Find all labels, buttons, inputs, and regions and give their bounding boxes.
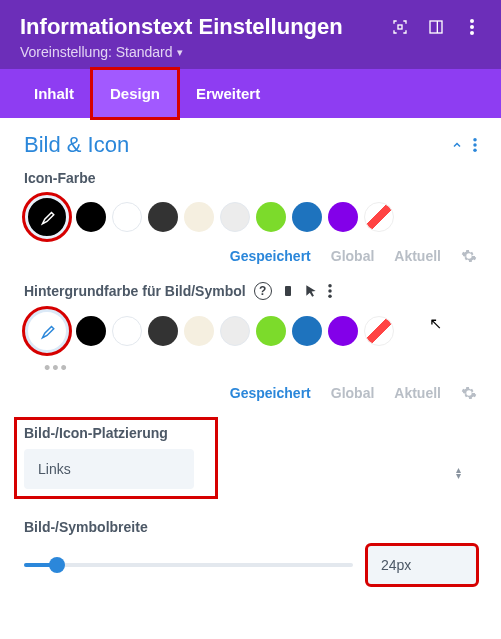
svg-rect-0 (398, 25, 402, 29)
more-dots[interactable]: ••• (24, 358, 477, 379)
tab-advanced[interactable]: Erweitert (178, 69, 278, 118)
swatch[interactable] (220, 316, 250, 346)
caret-down-icon: ▾ (177, 46, 183, 59)
swatch[interactable] (328, 316, 358, 346)
swatch[interactable] (292, 202, 322, 232)
cursor-icon[interactable] (304, 283, 318, 299)
collapse-icon[interactable] (451, 139, 463, 151)
svg-point-11 (328, 289, 332, 293)
width-slider[interactable] (24, 563, 353, 567)
swatch[interactable] (184, 202, 214, 232)
status-global[interactable]: Global (331, 248, 375, 264)
tab-design[interactable]: Design (92, 69, 178, 118)
swatch[interactable] (148, 316, 178, 346)
cursor-pointer-icon: ↖ (429, 314, 442, 333)
section-title: Bild & Icon (24, 132, 129, 158)
placement-label: Bild-/Icon-Platzierung (24, 425, 208, 441)
swatch[interactable] (328, 202, 358, 232)
bg-color-swatches (24, 308, 477, 354)
placement-value: Links (38, 461, 71, 477)
preset-label: Voreinstellung: Standard (20, 44, 173, 60)
swatch[interactable] (112, 316, 142, 346)
select-arrows-icon: ▴▾ (456, 467, 461, 479)
placement-select[interactable]: Links (24, 449, 194, 489)
svg-point-10 (328, 284, 332, 288)
status-saved[interactable]: Gespeichert (230, 385, 311, 401)
swatch[interactable] (148, 202, 178, 232)
status-saved[interactable]: Gespeichert (230, 248, 311, 264)
icon-color-label: Icon-Farbe (24, 170, 477, 186)
svg-point-8 (473, 149, 477, 153)
tab-bar: Inhalt Design Erweitert (0, 69, 501, 118)
svg-point-12 (328, 295, 332, 299)
svg-point-5 (470, 31, 474, 35)
more-icon[interactable] (328, 284, 332, 298)
content-area: Bild & Icon Icon-Farbe Gespeichert Globa… (0, 118, 501, 609)
swatch-transparent[interactable] (364, 202, 394, 232)
svg-rect-9 (285, 286, 291, 296)
help-icon[interactable]: ? (254, 282, 272, 300)
svg-point-4 (470, 25, 474, 29)
tab-content[interactable]: Inhalt (16, 69, 92, 118)
swatch[interactable] (220, 202, 250, 232)
status-global[interactable]: Global (331, 385, 375, 401)
bg-color-label: Hintergrundfarbe für Bild/Symbol (24, 283, 246, 299)
swatch[interactable] (292, 316, 322, 346)
preset-dropdown[interactable]: Voreinstellung: Standard ▾ (20, 44, 183, 60)
kebab-menu-icon[interactable] (463, 18, 481, 36)
swatch[interactable] (256, 316, 286, 346)
eyedropper-icon-color[interactable] (24, 194, 70, 240)
panel-title: Informationstext Einstellungen (20, 14, 343, 40)
swatch[interactable] (112, 202, 142, 232)
status-current[interactable]: Aktuell (394, 248, 441, 264)
slider-thumb[interactable] (49, 557, 65, 573)
focus-icon[interactable] (391, 18, 409, 36)
swatch-transparent[interactable] (364, 316, 394, 346)
gear-icon[interactable] (461, 248, 477, 264)
section-menu-icon[interactable] (473, 138, 477, 152)
svg-rect-1 (430, 21, 442, 33)
status-current[interactable]: Aktuell (394, 385, 441, 401)
svg-point-7 (473, 143, 477, 147)
swatch[interactable] (76, 202, 106, 232)
layout-icon[interactable] (427, 18, 445, 36)
width-input[interactable] (367, 545, 477, 585)
swatch[interactable] (184, 316, 214, 346)
swatch[interactable] (256, 202, 286, 232)
panel-header: Informationstext Einstellungen Voreinste… (0, 0, 501, 69)
icon-color-swatches (24, 194, 477, 240)
eyedropper-bg-color[interactable] (24, 308, 70, 354)
swatch[interactable] (76, 316, 106, 346)
mobile-icon[interactable] (282, 282, 294, 300)
width-label: Bild-/Symbolbreite (24, 519, 477, 535)
svg-point-6 (473, 138, 477, 142)
svg-point-3 (470, 19, 474, 23)
gear-icon[interactable] (461, 385, 477, 401)
